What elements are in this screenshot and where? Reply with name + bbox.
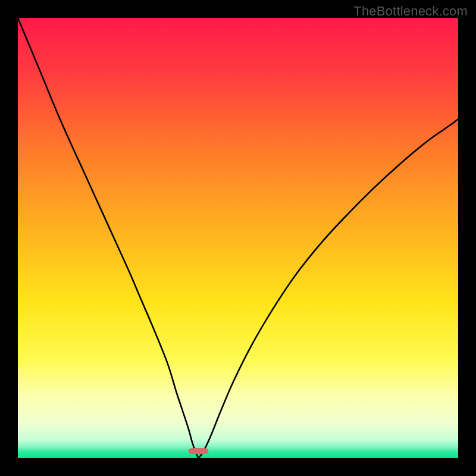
- bottleneck-chart: [18, 18, 458, 458]
- watermark-text: TheBottleneck.com: [353, 4, 468, 19]
- gradient-background: [18, 18, 458, 458]
- plot-area: [18, 18, 458, 458]
- chart-frame: TheBottleneck.com: [0, 0, 476, 476]
- optimum-marker: [188, 448, 208, 454]
